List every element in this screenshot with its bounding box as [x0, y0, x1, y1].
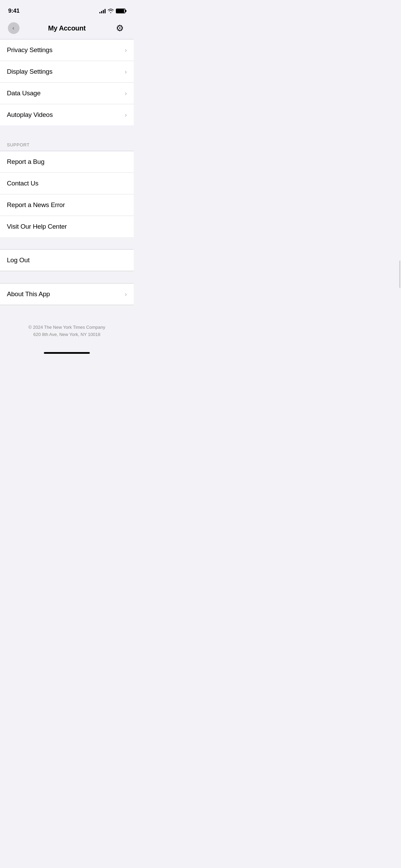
battery-icon: [116, 9, 125, 13]
display-settings-label: Display Settings: [7, 68, 52, 75]
about-app-label: About This App: [7, 290, 50, 298]
home-bar: [44, 352, 90, 354]
support-section-label: SUPPORT: [0, 137, 134, 151]
status-icons: [99, 8, 125, 14]
footer-gap: [0, 305, 134, 317]
contact-us-label: Contact Us: [7, 180, 38, 187]
logout-item[interactable]: Log Out: [0, 250, 134, 271]
chevron-right-icon: ›: [125, 90, 127, 97]
report-bug-label: Report a Bug: [7, 158, 45, 166]
report-bug-item[interactable]: Report a Bug: [0, 151, 134, 173]
privacy-settings-label: Privacy Settings: [7, 46, 52, 54]
footer: © 2024 The New York Times Company 620 8t…: [0, 317, 134, 349]
report-news-error-label: Report a News Error: [7, 201, 65, 209]
chevron-right-icon: ›: [125, 111, 127, 119]
display-settings-item[interactable]: Display Settings ›: [0, 61, 134, 83]
status-bar: 9:41: [0, 0, 134, 17]
help-center-label: Visit Our Help Center: [7, 223, 67, 230]
gear-button[interactable]: ⚙: [113, 21, 127, 35]
data-usage-item[interactable]: Data Usage ›: [0, 83, 134, 104]
privacy-settings-item[interactable]: Privacy Settings ›: [0, 39, 134, 61]
back-chevron-icon: ‹: [12, 25, 14, 31]
about-section: About This App ›: [0, 284, 134, 305]
about-app-item[interactable]: About This App ›: [0, 284, 134, 305]
logout-label: Log Out: [7, 256, 29, 264]
section-gap-2: [0, 237, 134, 249]
contact-us-item[interactable]: Contact Us: [0, 173, 134, 194]
chevron-right-icon: ›: [125, 68, 127, 75]
autoplay-videos-label: Autoplay Videos: [7, 111, 53, 119]
back-button[interactable]: ‹: [7, 21, 21, 35]
section-gap-1: [0, 125, 134, 137]
section-gap-3: [0, 271, 134, 283]
wifi-icon: [108, 8, 114, 14]
logout-section: Log Out: [0, 250, 134, 271]
home-indicator: [0, 349, 134, 357]
support-section: Report a Bug Contact Us Report a News Er…: [0, 151, 134, 237]
chevron-right-icon: ›: [125, 47, 127, 54]
footer-line1: © 2024 The New York Times Company: [7, 324, 127, 331]
page-title: My Account: [48, 24, 86, 32]
help-center-item[interactable]: Visit Our Help Center: [0, 216, 134, 237]
signal-icon: [99, 9, 106, 13]
footer-line2: 620 8th Ave, New York, NY 10018: [7, 331, 127, 338]
autoplay-videos-item[interactable]: Autoplay Videos ›: [0, 104, 134, 125]
settings-section: Privacy Settings › Display Settings › Da…: [0, 39, 134, 125]
chevron-right-icon: ›: [125, 291, 127, 298]
report-news-error-item[interactable]: Report a News Error: [0, 194, 134, 216]
data-usage-label: Data Usage: [7, 89, 40, 97]
nav-header: ‹ My Account ⚙: [0, 17, 134, 39]
gear-icon: ⚙: [116, 23, 124, 34]
status-time: 9:41: [8, 8, 20, 14]
